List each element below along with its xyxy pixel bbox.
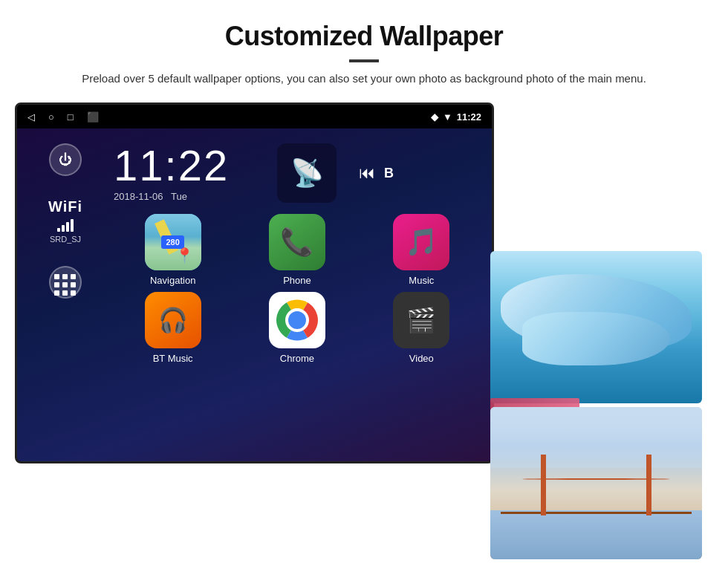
wallpaper-golden-gate — [490, 407, 702, 559]
app-item-music[interactable]: 🎵 Music — [363, 214, 481, 286]
clock-block: 11:22 2018-11-06 Tue — [114, 144, 262, 202]
bt-music-label: BT Music — [153, 353, 193, 364]
location-icon: ◆ — [431, 111, 438, 123]
phone-label: Phone — [283, 275, 311, 286]
wallpaper-stack: CarSetting — [490, 95, 728, 452]
video-icon: 🎬 — [393, 292, 449, 348]
wifi-ssid: SRD_SJ — [48, 235, 82, 244]
page-title: Customized Wallpaper — [59, 21, 669, 52]
device-area: ◁ ○ □ ⬛ ◆ ▼ 11:22 ⏻ WiFi — [0, 102, 728, 463]
wifi-status-icon: ▼ — [443, 111, 452, 123]
app-item-chrome[interactable]: Chrome — [238, 292, 356, 364]
music-label: Music — [409, 275, 434, 286]
status-bar: ◁ ○ □ ⬛ ◆ ▼ 11:22 — [17, 105, 492, 128]
app-grid: 280 📍 Navigation 📞 Phone — [114, 214, 484, 364]
screenshot-button[interactable]: ⬛ — [87, 111, 99, 123]
bt-music-icon: 🎧 — [145, 292, 201, 348]
page-header: Customized Wallpaper Preload over 5 defa… — [0, 0, 728, 102]
phone-icon: 📞 — [269, 214, 325, 270]
navigation-label: Navigation — [150, 275, 195, 286]
clock-area: 11:22 2018-11-06 Tue 📡 ⏮ B — [114, 136, 484, 214]
header-divider — [349, 59, 379, 62]
wallpaper-glacier — [490, 251, 702, 403]
header-description: Preload over 5 default wallpaper options… — [59, 70, 669, 88]
app-item-navigation[interactable]: 280 📍 Navigation — [114, 214, 232, 286]
app-item-video[interactable]: 🎬 Video — [363, 292, 481, 364]
wifi-widget: WiFi SRD_SJ — [48, 198, 82, 244]
power-button[interactable]: ⏻ — [49, 143, 82, 176]
wifi-center-icon: 📡 — [290, 157, 324, 189]
chrome-label: Chrome — [280, 353, 314, 364]
status-nav-buttons: ◁ ○ □ ⬛ — [27, 111, 99, 123]
media-controls: ⏮ B — [359, 163, 394, 183]
app-item-phone[interactable]: 📞 Phone — [238, 214, 356, 286]
music-icon: 🎵 — [393, 214, 449, 270]
recents-button[interactable]: □ — [68, 111, 74, 123]
main-content: 11:22 2018-11-06 Tue 📡 ⏮ B — [114, 128, 492, 461]
video-label: Video — [409, 353, 434, 364]
apps-grid-button[interactable] — [49, 266, 82, 299]
chrome-icon — [269, 292, 325, 348]
back-button[interactable]: ◁ — [27, 111, 35, 123]
app-item-bt-music[interactable]: 🎧 BT Music — [114, 292, 232, 364]
status-time: 11:22 — [457, 111, 481, 123]
svg-point-2 — [288, 311, 306, 329]
status-right: ◆ ▼ 11:22 — [431, 111, 481, 123]
clock-date: 2018-11-06 Tue — [114, 191, 262, 202]
center-app-icon[interactable]: 📡 — [277, 143, 337, 203]
power-icon: ⏻ — [59, 152, 72, 168]
wifi-bars — [48, 218, 82, 232]
main-screen: ⏻ WiFi SRD_SJ — [17, 128, 492, 461]
sidebar: ⏻ WiFi SRD_SJ — [17, 128, 114, 461]
media-prev-button[interactable]: ⏮ — [359, 163, 375, 183]
android-device: ◁ ○ □ ⬛ ◆ ▼ 11:22 ⏻ WiFi — [15, 102, 494, 463]
clock-time: 11:22 — [114, 144, 262, 187]
home-button[interactable]: ○ — [48, 111, 54, 123]
media-label: B — [384, 166, 394, 181]
wifi-label: WiFi — [48, 198, 82, 215]
navigation-icon: 280 📍 — [145, 214, 201, 270]
